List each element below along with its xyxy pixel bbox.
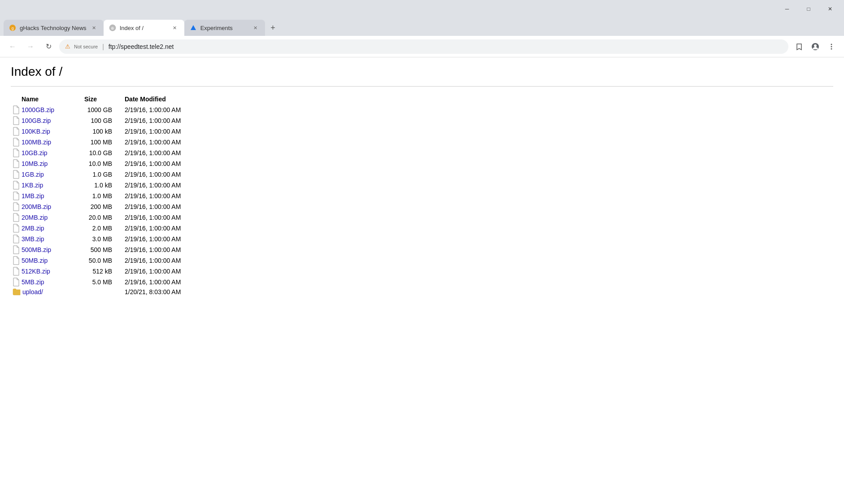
file-size-cell: 1.0 kB <box>83 180 123 191</box>
minimize-button[interactable]: ─ <box>777 2 797 16</box>
file-link[interactable]: 5MB.zip <box>22 278 44 286</box>
reload-button[interactable]: ↻ <box>41 39 56 54</box>
tab-index-close[interactable]: ✕ <box>171 24 179 32</box>
file-date-cell: 2/19/16, 1:00:00 AM <box>123 115 191 126</box>
table-row: 100KB.zip 100 kB2/19/16, 1:00:00 AM <box>11 126 191 137</box>
new-tab-button[interactable]: + <box>267 22 279 34</box>
address-bar-actions <box>792 39 839 54</box>
file-name-cell: 500MB.zip <box>11 244 83 255</box>
tab-index-icon: ⊕ <box>109 24 116 31</box>
file-name-cell: 3MB.zip <box>11 234 83 244</box>
file-link[interactable]: 200MB.zip <box>22 203 51 210</box>
file-link[interactable]: 10GB.zip <box>22 149 48 156</box>
svg-marker-4 <box>191 25 196 30</box>
file-size-cell: 100 MB <box>83 137 123 148</box>
table-row: 10MB.zip 10.0 MB2/19/16, 1:00:00 AM <box>11 158 191 169</box>
svg-text:⊕: ⊕ <box>111 26 114 30</box>
file-link[interactable]: 2MB.zip <box>22 225 44 232</box>
tab-index-title: Index of / <box>120 25 167 31</box>
table-row: 2MB.zip 2.0 MB2/19/16, 1:00:00 AM <box>11 223 191 234</box>
file-icon <box>13 235 20 243</box>
file-date-cell: 2/19/16, 1:00:00 AM <box>123 148 191 158</box>
file-name-cell: 1GB.zip <box>11 169 83 180</box>
table-row: 512KB.zip 512 kB2/19/16, 1:00:00 AM <box>11 266 191 277</box>
file-date-cell: 2/19/16, 1:00:00 AM <box>123 137 191 148</box>
bookmark-icon <box>795 43 803 51</box>
file-size-cell: 20.0 MB <box>83 212 123 223</box>
back-button[interactable]: ← <box>5 39 20 54</box>
file-link[interactable]: 1000GB.zip <box>22 106 54 113</box>
table-row: 20MB.zip 20.0 MB2/19/16, 1:00:00 AM <box>11 212 191 223</box>
tab-bar: g gHacks Technology News ✕ ⊕ Index of / … <box>0 18 844 36</box>
file-size-cell: 50.0 MB <box>83 255 123 266</box>
browser-window: ─ □ ✕ g gHacks Technology News ✕ ⊕ <box>0 0 844 504</box>
file-link[interactable]: 20MB.zip <box>22 214 48 221</box>
col-date[interactable]: Date Modified <box>123 94 191 104</box>
file-name-cell: 1000GB.zip <box>11 104 83 115</box>
file-name-cell: 50MB.zip <box>11 255 83 266</box>
file-link[interactable]: 100KB.zip <box>22 128 50 135</box>
table-row: 1KB.zip 1.0 kB2/19/16, 1:00:00 AM <box>11 180 191 191</box>
file-icon <box>13 267 20 276</box>
file-icon <box>13 224 20 233</box>
file-link[interactable]: 512KB.zip <box>22 268 50 275</box>
address-bar[interactable]: ⚠ Not secure | ftp://speedtest.tele2.net <box>59 39 788 54</box>
file-name-cell: 100MB.zip <box>11 137 83 148</box>
file-link[interactable]: 10MB.zip <box>22 160 48 167</box>
more-icon <box>827 43 835 51</box>
tab-ghacks[interactable]: g gHacks Technology News ✕ <box>4 20 104 36</box>
file-icon <box>13 245 20 254</box>
account-button[interactable] <box>808 39 822 54</box>
file-link[interactable]: 1KB.zip <box>22 182 43 189</box>
file-list: 1000GB.zip 1000 GB2/19/16, 1:00:00 AM 10… <box>11 104 191 296</box>
file-size-cell: 2.0 MB <box>83 223 123 234</box>
file-link[interactable]: 3MB.zip <box>22 235 44 243</box>
file-size-cell: 3.0 MB <box>83 234 123 244</box>
tab-experiments[interactable]: Experiments ✕ <box>184 20 265 36</box>
table-header: Name Size Date Modified <box>11 94 191 104</box>
table-row: 100GB.zip 100 GB2/19/16, 1:00:00 AM <box>11 115 191 126</box>
folder-icon <box>13 288 21 295</box>
close-button[interactable]: ✕ <box>820 2 840 16</box>
tab-experiments-close[interactable]: ✕ <box>252 24 260 32</box>
not-secure-label: Not secure <box>74 44 98 49</box>
file-name-cell: 5MB.zip <box>11 277 83 287</box>
file-link[interactable]: upload/ <box>22 288 43 295</box>
maximize-button[interactable]: □ <box>798 2 819 16</box>
file-link[interactable]: 500MB.zip <box>22 246 51 253</box>
menu-button[interactable] <box>824 39 839 54</box>
file-icon <box>13 202 20 211</box>
file-date-cell: 2/19/16, 1:00:00 AM <box>123 244 191 255</box>
file-date-cell: 2/19/16, 1:00:00 AM <box>123 180 191 191</box>
file-link[interactable]: 1MB.zip <box>22 192 44 200</box>
table-row: 200MB.zip 200 MB2/19/16, 1:00:00 AM <box>11 201 191 212</box>
tab-index[interactable]: ⊕ Index of / ✕ <box>104 20 184 36</box>
tab-ghacks-icon: g <box>9 24 16 31</box>
file-name-cell: 512KB.zip <box>11 266 83 277</box>
file-date-cell: 2/19/16, 1:00:00 AM <box>123 266 191 277</box>
tab-ghacks-close[interactable]: ✕ <box>90 24 98 32</box>
file-icon <box>13 213 20 222</box>
file-size-cell: 512 kB <box>83 266 123 277</box>
file-icon <box>13 127 20 136</box>
table-row: 1000GB.zip 1000 GB2/19/16, 1:00:00 AM <box>11 104 191 115</box>
file-name-cell: 20MB.zip <box>11 212 83 223</box>
forward-button[interactable]: → <box>23 39 38 54</box>
file-link[interactable]: 50MB.zip <box>22 257 48 264</box>
page-title: Index of / <box>11 65 833 79</box>
file-name-cell: upload/ <box>11 287 83 296</box>
col-size[interactable]: Size <box>83 94 123 104</box>
file-size-cell: 500 MB <box>83 244 123 255</box>
file-date-cell: 2/19/16, 1:00:00 AM <box>123 158 191 169</box>
col-name[interactable]: Name <box>11 94 83 104</box>
file-link[interactable]: 100GB.zip <box>22 117 51 124</box>
file-size-cell: 1.0 MB <box>83 191 123 201</box>
file-link[interactable]: 1GB.zip <box>22 171 44 178</box>
file-size-cell: 1000 GB <box>83 104 123 115</box>
file-date-cell: 2/19/16, 1:00:00 AM <box>123 223 191 234</box>
file-link[interactable]: 100MB.zip <box>22 139 51 146</box>
warning-icon: ⚠ <box>65 43 70 50</box>
file-name-cell: 2MB.zip <box>11 223 83 234</box>
bookmark-button[interactable] <box>792 39 806 54</box>
file-icon <box>13 256 20 265</box>
